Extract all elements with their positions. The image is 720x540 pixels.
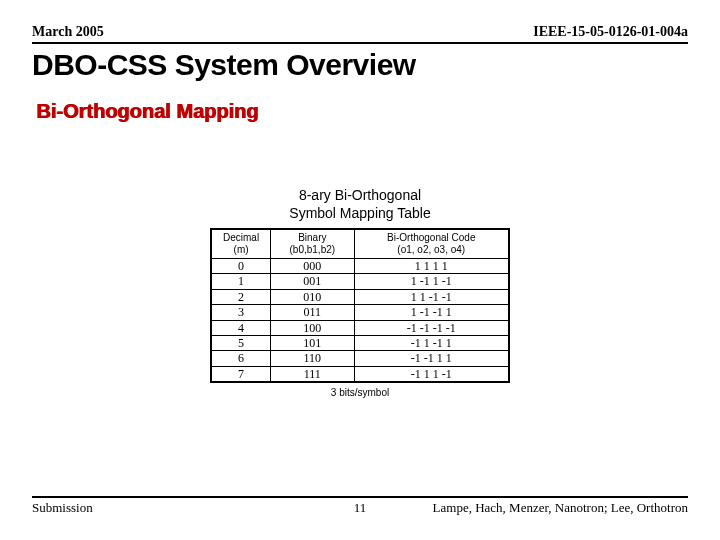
cell-dec: 7 [211,366,271,382]
cell-dec: 2 [211,289,271,304]
cell-code: -1 -1 -1 -1 [354,320,509,335]
cell-dec: 6 [211,351,271,366]
cell-dec: 4 [211,320,271,335]
cell-dec: 1 [211,274,271,289]
table-body: 0 000 1 1 1 1 1 001 1 -1 1 -1 2 010 1 1 … [211,259,509,383]
page-title: DBO-CSS System Overview [32,48,688,82]
footer-row: Submission 11 Lampe, Hach, Menzer, Nanot… [32,496,688,516]
table-note: 3 bits/symbol [210,387,510,398]
cell-bin: 010 [271,289,354,304]
table-row: 2 010 1 1 -1 -1 [211,289,509,304]
table-row: 3 011 1 -1 -1 1 [211,305,509,320]
section-title: Bi-Orthogonal Mapping [36,100,688,123]
table-row: 5 101 -1 1 -1 1 [211,335,509,350]
cell-code: 1 -1 -1 1 [354,305,509,320]
cell-bin: 001 [271,274,354,289]
cell-dec: 0 [211,259,271,274]
table-row: 6 110 -1 -1 1 1 [211,351,509,366]
cell-code: -1 1 -1 1 [354,335,509,350]
col-header-binary: Binary (b0,b1,b2) [271,229,354,259]
cell-bin: 011 [271,305,354,320]
cell-code: -1 1 1 -1 [354,366,509,382]
header-date: March 2005 [32,24,104,40]
mapping-table-container: 8-ary Bi-Orthogonal Symbol Mapping Table… [210,187,510,398]
table-caption: 8-ary Bi-Orthogonal Symbol Mapping Table [210,187,510,222]
header-docnum: IEEE-15-05-0126-01-004a [533,24,688,40]
table-caption-line1: 8-ary Bi-Orthogonal [299,187,421,203]
cell-dec: 5 [211,335,271,350]
footer-authors: Lampe, Hach, Menzer, Nanotron; Lee, Orth… [433,500,688,516]
mapping-table: Decimal (m) Binary (b0,b1,b2) Bi-Orthogo… [210,228,510,383]
cell-bin: 110 [271,351,354,366]
table-header-row: Decimal (m) Binary (b0,b1,b2) Bi-Orthogo… [211,229,509,259]
cell-bin: 100 [271,320,354,335]
footer-left: Submission [32,500,93,516]
cell-code: 1 -1 1 -1 [354,274,509,289]
col-header-code: Bi-Orthogonal Code (o1, o2, o3, o4) [354,229,509,259]
table-row: 0 000 1 1 1 1 [211,259,509,274]
cell-dec: 3 [211,305,271,320]
cell-code: -1 -1 1 1 [354,351,509,366]
table-row: 4 100 -1 -1 -1 -1 [211,320,509,335]
cell-code: 1 1 1 1 [354,259,509,274]
cell-code: 1 1 -1 -1 [354,289,509,304]
table-row: 1 001 1 -1 1 -1 [211,274,509,289]
header-row: March 2005 IEEE-15-05-0126-01-004a [32,24,688,44]
cell-bin: 000 [271,259,354,274]
table-row: 7 111 -1 1 1 -1 [211,366,509,382]
cell-bin: 101 [271,335,354,350]
table-caption-line2: Symbol Mapping Table [289,205,430,221]
cell-bin: 111 [271,366,354,382]
col-header-decimal: Decimal (m) [211,229,271,259]
